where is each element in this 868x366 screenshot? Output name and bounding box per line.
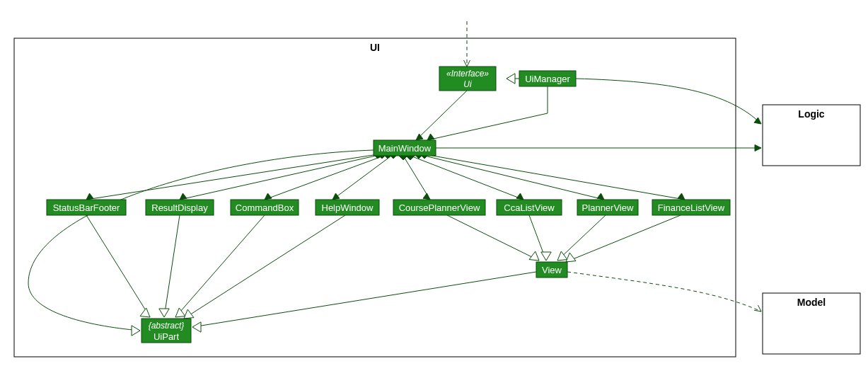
node-financelist-label-0: FinanceListView [658, 202, 725, 213]
svg-marker-25 [132, 326, 140, 336]
e-uimgr-ui [507, 74, 519, 84]
svg-marker-29 [184, 309, 194, 319]
e-cmdbox-uipart [175, 215, 265, 317]
node-plannerview-label-0: PlannerView [582, 202, 634, 213]
node-commandbox-label-0: CommandBox [236, 202, 294, 213]
node-interface-ui-label-0: «Interface» [446, 69, 489, 79]
node-courseplanner-label-0: CoursePlannerView [399, 202, 480, 213]
node-view-label-0: View [542, 265, 562, 275]
node-resultdisplay-label-0: ResultDisplay [151, 202, 208, 213]
node-uipart-label-1: UiPart [154, 331, 180, 342]
svg-marker-24 [566, 253, 576, 262]
node-helpwindow: HelpWindow [316, 200, 379, 215]
pkg-ui-label: UI [370, 42, 380, 53]
e-course-view [447, 215, 539, 261]
e-uimgr-logic [576, 79, 761, 124]
node-interface-ui: «Interface»Ui [439, 67, 496, 91]
node-plannerview: PlannerView [577, 200, 638, 215]
node-commandbox: CommandBox [231, 200, 299, 215]
pkg-logic-label: Logic [798, 108, 825, 120]
e-cca-view [529, 215, 551, 261]
e-comp-status [86, 150, 382, 200]
svg-marker-18 [597, 193, 604, 200]
e-finance-view [566, 215, 681, 262]
svg-marker-20 [678, 193, 685, 200]
node-courseplanner: CoursePlannerView [393, 200, 485, 215]
svg-marker-28 [175, 308, 185, 317]
svg-marker-6 [86, 193, 93, 200]
e-comp-cmdbox [265, 150, 392, 200]
svg-marker-16 [516, 193, 523, 200]
e-main-logic [436, 145, 761, 151]
e-entry-ui [464, 21, 470, 67]
svg-marker-10 [265, 193, 272, 200]
node-statusbar-label-0: StatusBarFooter [53, 202, 120, 213]
node-helpwindow-label-0: HelpWindow [322, 202, 374, 213]
e-planner-view [557, 215, 606, 261]
pkg-model-label: Model [797, 297, 826, 308]
svg-marker-12 [332, 193, 340, 200]
node-main-window-label-0: MainWindow [378, 143, 432, 154]
svg-marker-8 [180, 193, 187, 200]
node-ccalistview: CcaListView [497, 200, 562, 215]
e-status-uipart [86, 215, 150, 317]
e-comp-course [399, 151, 430, 200]
e-result-uipart [159, 215, 180, 317]
svg-marker-22 [541, 252, 551, 261]
node-uipart-label-0: {abstract} [149, 321, 185, 331]
svg-marker-4 [755, 145, 761, 151]
node-ui-manager: UiManager [519, 71, 576, 86]
uml-class-diagram: UILogicModel «Interface»UiUiManagerMainW… [0, 0, 868, 366]
node-uipart: {abstract}UiPart [141, 319, 191, 343]
pkg-ui: UI [14, 38, 736, 357]
svg-marker-0 [507, 74, 515, 84]
svg-marker-1 [427, 134, 434, 140]
node-ui-manager-label-0: UiManager [525, 74, 570, 84]
e-view-uipart [192, 272, 536, 332]
pkg-model: Model [763, 293, 860, 354]
node-main-window: MainWindow [374, 140, 436, 156]
node-resultdisplay: ResultDisplay [146, 200, 214, 215]
node-financelist: FinanceListView [652, 200, 730, 215]
svg-marker-26 [140, 308, 150, 317]
svg-rect-31 [14, 38, 736, 357]
node-view: View [536, 262, 567, 278]
svg-marker-21 [529, 251, 539, 261]
node-ccalistview-label-0: CcaListView [504, 202, 555, 213]
svg-marker-30 [192, 322, 201, 332]
svg-marker-14 [423, 193, 430, 200]
e-view-model [567, 272, 761, 311]
node-interface-ui-label-1: Ui [463, 79, 472, 89]
e-help-uipart [184, 215, 345, 319]
node-statusbar: StatusBarFooter [47, 200, 126, 215]
e-uimgr-main [427, 86, 548, 140]
svg-marker-27 [159, 309, 169, 317]
pkg-logic: Logic [763, 105, 860, 166]
